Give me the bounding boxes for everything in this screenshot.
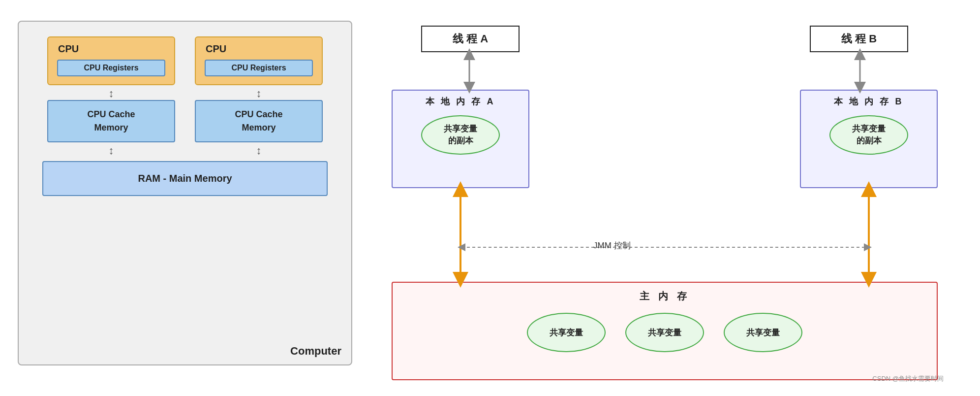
cpu1-registers: CPU Registers [57,60,165,76]
thread-b-box: 线 程 B [810,26,908,52]
thread-a-box: 线 程 A [421,26,520,52]
main-shared-var-1: 共享变量 [527,313,606,352]
shared-var-copy-a: 共享变量的副本 [421,115,500,155]
main-mem-ellipses: 共享变量 共享变量 共享变量 [527,313,802,352]
arrows-cpu-cache: ↕ ↕ [29,88,341,99]
jmm-label: JMM 控制 [593,240,631,251]
cpu1-cache: CPU CacheMemory [47,100,175,142]
computer-label: Computer [290,345,341,358]
cpu2-arrow-col2: ↕ [195,145,323,156]
right-diagram: 线 程 A 线 程 B 本 地 内 存 A 共享变量的副本 本 地 内 存 B … [382,21,948,385]
cpu2-registers: CPU Registers [205,60,313,76]
cpu1-arrow-down: ↕ [109,88,114,99]
cpu1-arrow-col: ↕ [47,88,175,99]
cpu1-arrow-down2: ↕ [109,145,114,156]
local-mem-a-box: 本 地 内 存 A 共享变量的副本 [392,90,529,188]
cpu1-title: CPU [58,43,79,55]
shared-var-copy-b: 共享变量的副本 [829,115,908,155]
main-mem-box: 主 内 存 共享变量 共享变量 共享变量 [392,282,938,380]
cpu2-arrow-col: ↕ [195,88,323,99]
main-shared-var-2: 共享变量 [625,313,704,352]
cpu1-arrow-col2: ↕ [47,145,175,156]
local-mem-b-title: 本 地 内 存 B [834,96,903,107]
cpu1-box: CPU CPU Registers [47,36,175,85]
main-container: CPU CPU Registers CPU CPU Registers ↕ ↕ … [8,11,972,385]
cpu2-box: CPU CPU Registers [195,36,323,85]
cpus-row: CPU CPU Registers CPU CPU Registers [29,36,341,85]
watermark: CSDN @鱼找水需要时间 [872,374,944,383]
cache-row: CPU CacheMemory CPU CacheMemory [29,100,341,142]
left-diagram: CPU CPU Registers CPU CPU Registers ↕ ↕ … [18,21,352,365]
local-mem-a-title: 本 地 内 存 A [426,96,495,107]
cpu2-arrow-down2: ↕ [256,145,262,156]
cpu2-cache: CPU CacheMemory [195,100,323,142]
ram-box: RAM - Main Memory [42,161,328,196]
main-shared-var-3: 共享变量 [724,313,802,352]
left-lower: RAM - Main Memory [29,161,341,196]
cpu2-arrow-down: ↕ [256,88,262,99]
main-mem-title: 主 内 存 [640,290,689,303]
arrows-cache-ram: ↕ ↕ [29,145,341,156]
cpu2-title: CPU [206,43,226,55]
local-mem-b-box: 本 地 内 存 B 共享变量的副本 [800,90,938,188]
